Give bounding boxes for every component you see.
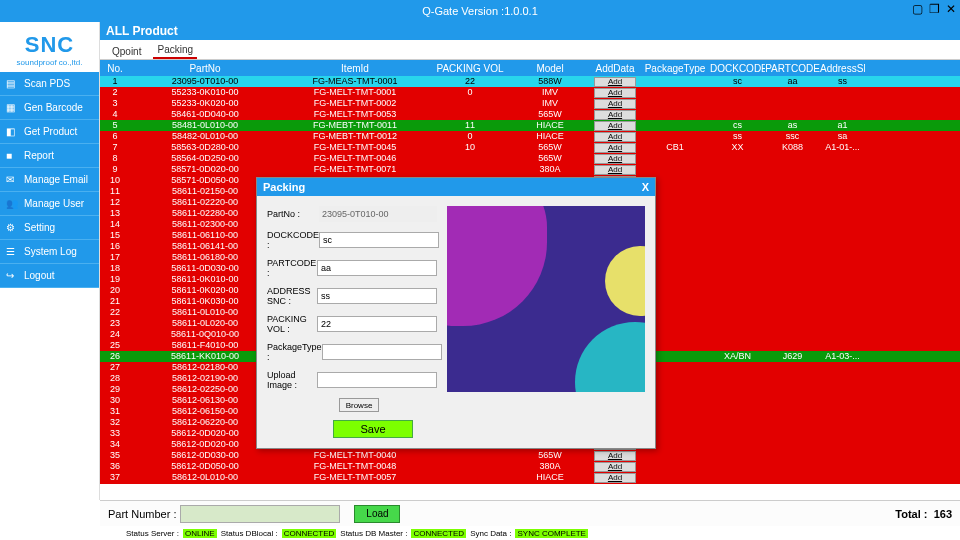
nav-item-setting[interactable]: ⚙Setting (0, 216, 99, 240)
nav-item-manage-email[interactable]: ✉Manage Email (0, 168, 99, 192)
add-button[interactable]: Add (594, 484, 636, 485)
modal-dockcode-input[interactable] (319, 232, 439, 248)
table-row[interactable]: 858564-0D250-00FG-MELT-TMT-0046565WAdd (100, 153, 960, 164)
add-button[interactable]: Add (594, 462, 636, 472)
modal-partno-input (319, 206, 437, 222)
nav-icon: ▤ (6, 78, 18, 90)
table-row[interactable]: 958571-0D020-00FG-MELT-TMT-0071380AAdd (100, 164, 960, 175)
add-button[interactable]: Add (594, 88, 636, 98)
nav-icon: ■ (6, 150, 18, 162)
table-row[interactable]: 3658612-0D050-00FG-MELT-TMT-0048380AAdd (100, 461, 960, 472)
app-title: Q-Gate Version :1.0.0.1 (422, 5, 538, 17)
nav-icon: ⚙ (6, 222, 18, 234)
footer-bar: Part Number : Load Total : 163 (100, 500, 960, 526)
nav-item-report[interactable]: ■Report (0, 144, 99, 168)
nav-icon: 👥 (6, 198, 18, 210)
nav-icon: ✉ (6, 174, 18, 186)
modal-partcode-input[interactable] (317, 260, 437, 276)
tab-qpoint[interactable]: Qpoint (108, 44, 145, 59)
table-row[interactable]: 3858612-0L020-00FG-MELT-TMT-0100HIACEAdd (100, 483, 960, 484)
nav-icon: ↪ (6, 270, 18, 282)
table-row[interactable]: 758563-0D280-00FG-MELT-TMT-004510565WAdd… (100, 142, 960, 153)
save-button[interactable]: Save (333, 420, 413, 438)
status-bar: Status Server :ONLINE Status DBlocal :CO… (100, 526, 960, 540)
add-button[interactable]: Add (594, 473, 636, 483)
window-titlebar: Q-Gate Version :1.0.0.1 ▢ ❐ ✕ (0, 0, 960, 22)
tabs: Qpoint Packing (100, 40, 960, 60)
nav-item-system-log[interactable]: ☰System Log (0, 240, 99, 264)
add-button[interactable]: Add (594, 77, 636, 87)
window-min-icon[interactable]: ▢ (912, 2, 923, 16)
window-max-icon[interactable]: ❐ (929, 2, 940, 16)
modal-preview-image (447, 206, 645, 392)
add-button[interactable]: Add (594, 99, 636, 109)
brand-logo: SNC soundproof co.,ltd. (0, 22, 99, 72)
modal-header: Packing X (257, 178, 655, 196)
add-button[interactable]: Add (594, 154, 636, 164)
window-close-icon[interactable]: ✕ (946, 2, 956, 16)
add-button[interactable]: Add (594, 132, 636, 142)
partnumber-input[interactable] (180, 505, 340, 523)
partnumber-label: Part Number : (108, 508, 176, 520)
table-row[interactable]: 123095-0T010-00FG-MEAS-TMT-000122588WAdd… (100, 76, 960, 87)
packing-modal: Packing X PartNo : DOCKCODE : PARTCODE :… (256, 177, 656, 449)
nav-icon: ☰ (6, 246, 18, 258)
modal-packingvol-input[interactable] (317, 316, 437, 332)
nav-icon: ◧ (6, 126, 18, 138)
table-row[interactable]: 458461-0D040-00FG-MELT-TMT-0053565WAdd (100, 109, 960, 120)
nav-icon: ▦ (6, 102, 18, 114)
nav-item-gen-barcode[interactable]: ▦Gen Barcode (0, 96, 99, 120)
grid-header: No. PartNo ItemId PACKING VOL Model AddD… (100, 60, 960, 76)
nav-item-manage-user[interactable]: 👥Manage User (0, 192, 99, 216)
add-button[interactable]: Add (594, 143, 636, 153)
modal-addresssnc-input[interactable] (317, 288, 437, 304)
nav-item-get-product[interactable]: ◧Get Product (0, 120, 99, 144)
nav-item-scan-pds[interactable]: ▤Scan PDS (0, 72, 99, 96)
total-label: Total : 163 (895, 508, 952, 520)
table-row[interactable]: 355233-0K020-00FG-MELT-TMT-0002IMVAdd (100, 98, 960, 109)
add-button[interactable]: Add (594, 121, 636, 131)
table-row[interactable]: 558481-0L010-00FG-MEBT-TMT-001111HIACEAd… (100, 120, 960, 131)
tab-packing[interactable]: Packing (153, 42, 197, 59)
table-row[interactable]: 658482-0L010-00FG-MEBT-TMT-00120HIACEAdd… (100, 131, 960, 142)
sidebar: SNC soundproof co.,ltd. ▤Scan PDS▦Gen Ba… (0, 22, 100, 500)
modal-upload-path[interactable] (317, 372, 437, 388)
page-title: ALL Product (100, 22, 960, 40)
nav-item-logout[interactable]: ↪Logout (0, 264, 99, 288)
table-row[interactable]: 255233-0K010-00FG-MELT-TMT-00010IMVAdd (100, 87, 960, 98)
browse-button[interactable]: Browse (339, 398, 379, 412)
add-button[interactable]: Add (594, 165, 636, 175)
add-button[interactable]: Add (594, 451, 636, 461)
load-button[interactable]: Load (354, 505, 400, 523)
table-row[interactable]: 3558612-0D030-00FG-MELT-TMT-0040565WAdd (100, 450, 960, 461)
add-button[interactable]: Add (594, 110, 636, 120)
modal-packagetype-input[interactable] (322, 344, 442, 360)
table-row[interactable]: 3758612-0L010-00FG-MELT-TMT-0057HIACEAdd (100, 472, 960, 483)
modal-close-icon[interactable]: X (642, 181, 649, 193)
